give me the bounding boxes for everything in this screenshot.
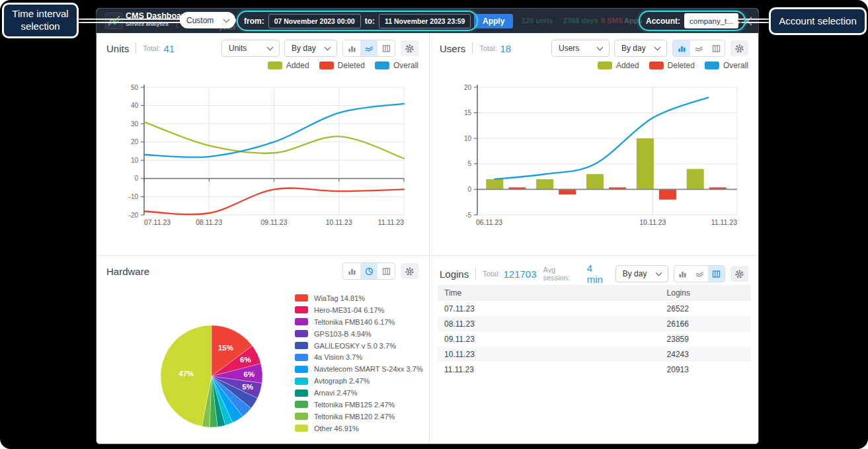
- legend-swatch: [295, 318, 308, 325]
- bar-chart-icon[interactable]: [343, 40, 360, 56]
- legend-item: Overall: [705, 61, 748, 70]
- users-total-value: 18: [500, 43, 511, 54]
- pie-legend-item: Hero-ME31-04 6.17%: [295, 304, 423, 316]
- chart-view-switcher: [342, 263, 395, 280]
- time-interval-callout: Time interval selection: [2, 3, 79, 38]
- from-date-field[interactable]: 07 November 2023 00:00: [268, 14, 361, 28]
- account-highlight: Account: company_t...: [639, 11, 746, 31]
- legend-swatch: [295, 306, 308, 313]
- pie-legend-item: GPS103-B 4.94%: [295, 328, 423, 340]
- svg-text:09.11.23: 09.11.23: [260, 218, 287, 226]
- chevron-down-icon: [325, 44, 331, 51]
- svg-text:0: 0: [467, 186, 471, 193]
- account-selection-callout: Account selection: [769, 7, 867, 35]
- pie-legend-item: GALILEOSKY v 5.0 3.7%: [295, 340, 423, 352]
- units-select[interactable]: Units: [221, 40, 280, 57]
- units-total-value: 41: [163, 43, 175, 54]
- svg-text:06.11.23: 06.11.23: [476, 218, 502, 226]
- total-label: Total:: [143, 44, 160, 52]
- pie-legend-item: Arnavi 2.47%: [295, 387, 423, 399]
- legend-swatch: [268, 61, 282, 69]
- series-legend: AddedDeletedOverall: [598, 61, 748, 70]
- pie-legend-item: Other 46.91%: [295, 423, 423, 434]
- stream-chart-icon[interactable]: [360, 40, 377, 56]
- legend-item: Overall: [375, 61, 418, 70]
- series-legend: AddedDeletedOverall: [268, 61, 418, 70]
- legend-swatch: [295, 401, 308, 408]
- svg-text:0: 0: [134, 175, 138, 182]
- pie-chart-icon[interactable]: [360, 263, 377, 279]
- chevron-down-icon: [737, 17, 744, 23]
- svg-text:10.11.23: 10.11.23: [639, 218, 666, 226]
- to-date-field[interactable]: 11 November 2023 23:59: [379, 14, 471, 28]
- table-chart-icon[interactable]: [708, 266, 725, 282]
- legend-item: Added: [268, 61, 309, 70]
- settings-gear-icon[interactable]: [730, 40, 748, 56]
- svg-text:-10: -10: [129, 193, 139, 200]
- total-label: Total:: [479, 44, 496, 52]
- legend-item: Added: [598, 61, 639, 70]
- table-row: 11.11.2320913: [438, 362, 751, 377]
- svg-text:10: 10: [131, 157, 139, 164]
- svg-text:-20: -20: [129, 212, 139, 219]
- to-label: to:: [365, 17, 375, 26]
- svg-text:11.11.23: 11.11.23: [378, 218, 404, 226]
- account-select-value: company_t...: [690, 17, 733, 25]
- account-label: Account:: [646, 17, 680, 26]
- legend-swatch: [649, 61, 664, 69]
- pie-legend-item: 4a Vision 3.7%: [295, 351, 423, 363]
- svg-text:30: 30: [131, 120, 139, 128]
- bar-chart-icon[interactable]: [343, 263, 360, 279]
- legend-swatch: [295, 342, 308, 349]
- interval-select[interactable]: Custom: [180, 12, 235, 28]
- svg-text:20: 20: [464, 84, 472, 91]
- legend-swatch: [319, 61, 334, 69]
- svg-text:10.11.23: 10.11.23: [326, 218, 352, 226]
- hardware-panel: Hardware 15%6%6%5%47% WiaTag 14.81%Hero-…: [97, 256, 429, 445]
- legend-swatch: [295, 378, 308, 385]
- by-day-select[interactable]: By day: [614, 40, 667, 57]
- settings-gear-icon[interactable]: [730, 266, 748, 282]
- table-row: 07.11.2326522: [438, 301, 751, 316]
- units-line-chart: -20-100102030405007.11.2308.11.2309.11.2…: [103, 79, 422, 238]
- from-label: from:: [244, 17, 264, 26]
- svg-text:15: 15: [464, 109, 472, 116]
- bar-chart-icon[interactable]: [674, 266, 691, 282]
- dashboard-content: Units Total: 41 UnitsBy day AddedDeleted…: [97, 33, 758, 444]
- account-select[interactable]: company_t...: [684, 13, 738, 28]
- bar-chart-icon[interactable]: [673, 40, 690, 56]
- pie-legend-item: Navtelecom SMART S-24xx 3.7%: [295, 363, 423, 375]
- table-chart-icon[interactable]: [377, 40, 395, 56]
- table-chart-icon[interactable]: [707, 40, 725, 56]
- svg-text:6%: 6%: [244, 370, 255, 378]
- settings-gear-icon[interactable]: [401, 263, 418, 279]
- users-panel: Users Total: 18 UsersBy day AddedDeleted…: [430, 33, 759, 255]
- stream-chart-icon[interactable]: [691, 266, 708, 282]
- pie-legend-item: Teltonika FMB120 2.47%: [295, 411, 423, 423]
- time-interval-highlight: from: 07 November 2023 00:00 to: 11 Nove…: [237, 11, 478, 31]
- table-chart-icon[interactable]: [377, 263, 395, 279]
- table-row: 10.11.2324243: [438, 347, 751, 362]
- by-day-select[interactable]: By day: [284, 40, 337, 57]
- dimmed-stat: 120 units: [522, 17, 553, 24]
- dimmed-stat: 2388 days: [563, 17, 598, 24]
- legend-swatch: [295, 425, 308, 432]
- chevron-down-icon: [655, 270, 662, 276]
- apply-button[interactable]: Apply: [474, 14, 513, 28]
- legend-swatch: [375, 61, 389, 69]
- legend-swatch: [295, 413, 308, 420]
- by-day-select[interactable]: By day: [615, 265, 668, 282]
- users-select[interactable]: Users: [551, 40, 610, 57]
- table-row: 08.11.2326166: [438, 316, 751, 331]
- svg-text:47%: 47%: [178, 370, 194, 378]
- settings-gear-icon[interactable]: [401, 40, 418, 56]
- pie-legend-item: Teltonika FMB125 2.47%: [295, 399, 423, 411]
- svg-text:50: 50: [131, 84, 139, 91]
- legend-swatch: [295, 330, 308, 337]
- legend-item: Deleted: [319, 61, 365, 70]
- svg-text:15%: 15%: [218, 344, 233, 352]
- hardware-pie-legend: WiaTag 14.81%Hero-ME31-04 6.17%Teltonika…: [295, 292, 423, 434]
- stream-chart-icon[interactable]: [690, 40, 707, 56]
- svg-text:-5: -5: [465, 212, 471, 219]
- svg-text:6%: 6%: [240, 356, 251, 364]
